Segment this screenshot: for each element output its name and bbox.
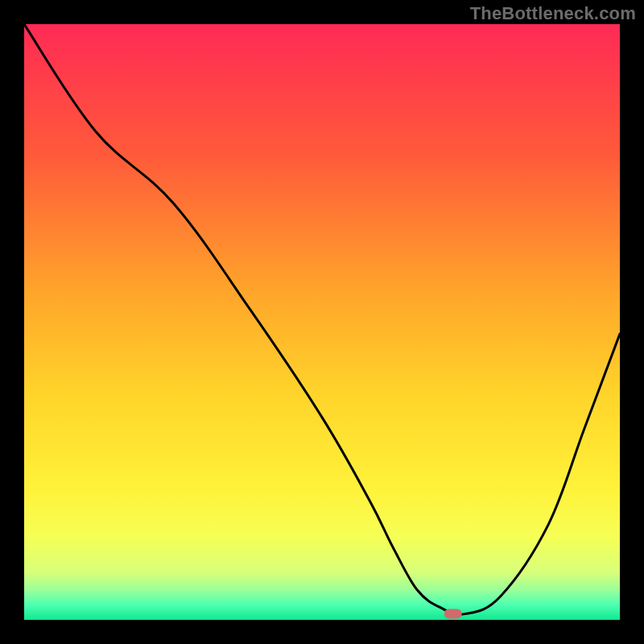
watermark-label: TheBottleneck.com bbox=[470, 3, 636, 24]
optimal-marker bbox=[444, 609, 462, 619]
plot-background bbox=[24, 24, 620, 620]
bottleneck-chart bbox=[0, 0, 644, 644]
chart-container: { "watermark": "TheBottleneck.com", "cha… bbox=[0, 0, 644, 644]
